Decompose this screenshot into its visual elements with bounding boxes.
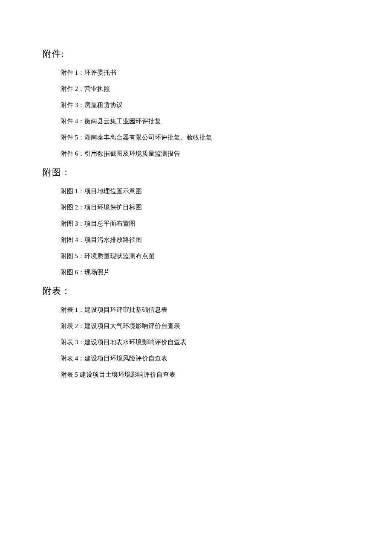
list-item: 附图 4：项目污水排放路径图 — [61, 235, 349, 245]
list-item: 附表 5 建设项目土壤环境影响评价自查表 — [61, 369, 349, 380]
section-title-figures: 附图： — [43, 166, 349, 178]
list-item: 附件 5：湖南泰丰离合器有限公司环评批复、验收批复 — [61, 132, 349, 142]
list-item: 附图 3：项目总平面布置图 — [61, 218, 349, 229]
list-item: 附件 1：环评委托书 — [61, 67, 349, 78]
section-title-attachments: 附件: — [43, 48, 349, 60]
section-title-tables: 附表： — [43, 285, 349, 297]
list-item: 附表 3：建设项目地表水环境影响评价自查表 — [61, 337, 349, 347]
document-page: 附件: 附件 1：环评委托书 附件 2：营业执照 附件 3：房屋租赁协议 附件 … — [0, 0, 392, 380]
list-item: 附表 1：建设项目环评审批基础信息表 — [61, 305, 349, 315]
list-item: 附图 1：项目地理位置示意图 — [61, 186, 349, 196]
attachment-list: 附件 1：环评委托书 附件 2：营业执照 附件 3：房屋租赁协议 附件 4：衡南… — [61, 67, 349, 159]
list-item: 附件 6：引用数据截图及环境质量监测报告 — [61, 148, 349, 159]
list-item: 附表 2：建设项目大气环境影响评价自查表 — [61, 321, 349, 331]
list-item: 附件 2：营业执照 — [61, 84, 349, 94]
list-item: 附件 4：衡南县云集工业园环评批复 — [61, 116, 349, 126]
list-item: 附图 5：环境质量现状监测布点图 — [61, 251, 349, 261]
table-list: 附表 1：建设项目环评审批基础信息表 附表 2：建设项目大气环境影响评价自查表 … — [61, 305, 349, 380]
list-item: 附图 2：项目环境保护目标图 — [61, 202, 349, 212]
list-item: 附表 4：建设项目环境风险评价自查表 — [61, 353, 349, 363]
figure-list: 附图 1：项目地理位置示意图 附图 2：项目环境保护目标图 附图 3：项目总平面… — [61, 186, 349, 277]
list-item: 附图 6：现场照片 — [61, 267, 349, 277]
list-item: 附件 3：房屋租赁协议 — [61, 100, 349, 110]
